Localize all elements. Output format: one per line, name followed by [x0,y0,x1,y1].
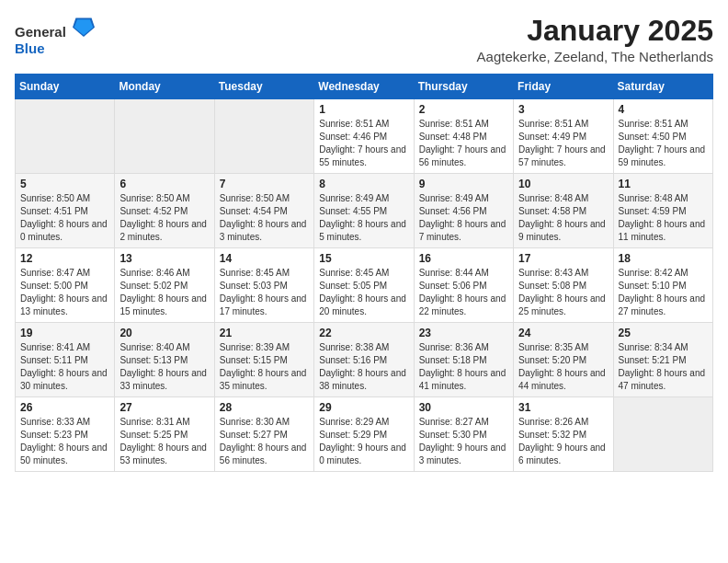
day-number: 5 [20,178,109,190]
day-of-week-header: Friday [514,75,613,99]
day-info: Sunrise: 8:40 AM Sunset: 5:13 PM Dayligh… [119,341,209,393]
calendar-cell: 12Sunrise: 8:47 AM Sunset: 5:00 PM Dayli… [16,248,115,323]
day-number: 15 [319,252,408,265]
day-info: Sunrise: 8:51 AM Sunset: 4:49 PM Dayligh… [518,118,608,169]
day-info: Sunrise: 8:35 AM Sunset: 5:20 PM Dayligh… [518,341,608,393]
calendar-week-row: 19Sunrise: 8:41 AM Sunset: 5:11 PM Dayli… [16,323,713,397]
day-info: Sunrise: 8:47 AM Sunset: 5:00 PM Dayligh… [20,267,109,318]
calendar-week-row: 12Sunrise: 8:47 AM Sunset: 5:00 PM Dayli… [16,248,713,323]
day-info: Sunrise: 8:48 AM Sunset: 4:59 PM Dayligh… [619,192,708,244]
day-number: 24 [518,327,608,339]
calendar-cell: 24Sunrise: 8:35 AM Sunset: 5:20 PM Dayli… [514,323,613,397]
calendar-cell: 25Sunrise: 8:34 AM Sunset: 5:21 PM Dayli… [613,323,712,397]
calendar-cell: 4Sunrise: 8:51 AM Sunset: 4:50 PM Daylig… [613,99,712,174]
day-info: Sunrise: 8:26 AM Sunset: 5:32 PM Dayligh… [518,416,608,467]
day-info: Sunrise: 8:41 AM Sunset: 5:11 PM Dayligh… [20,341,109,393]
calendar-cell: 5Sunrise: 8:50 AM Sunset: 4:51 PM Daylig… [16,174,115,248]
day-info: Sunrise: 8:46 AM Sunset: 5:02 PM Dayligh… [119,267,209,318]
day-number: 10 [518,178,608,190]
day-number: 18 [619,252,708,265]
logo-blue: Blue [15,40,45,56]
day-of-week-header: Wednesday [314,75,414,99]
calendar-cell: 8Sunrise: 8:49 AM Sunset: 4:55 PM Daylig… [314,174,414,248]
day-number: 26 [20,401,109,414]
calendar-cell: 14Sunrise: 8:45 AM Sunset: 5:03 PM Dayli… [214,248,313,323]
day-number: 22 [319,327,408,339]
calendar-week-row: 26Sunrise: 8:33 AM Sunset: 5:23 PM Dayli… [16,397,713,472]
calendar-cell: 6Sunrise: 8:50 AM Sunset: 4:52 PM Daylig… [115,174,214,248]
subtitle: Aagtekerke, Zeeland, The Netherlands [477,49,713,64]
day-info: Sunrise: 8:42 AM Sunset: 5:10 PM Dayligh… [619,267,708,318]
day-info: Sunrise: 8:27 AM Sunset: 5:30 PM Dayligh… [419,416,508,467]
main-title: January 2025 [477,15,713,47]
calendar-cell: 27Sunrise: 8:31 AM Sunset: 5:25 PM Dayli… [115,397,214,472]
day-of-week-header: Monday [115,75,214,99]
day-of-week-header: Sunday [16,75,115,99]
calendar-cell [115,99,214,174]
calendar-table: SundayMondayTuesdayWednesdayThursdayFrid… [15,74,713,472]
logo-icon [73,15,95,37]
day-info: Sunrise: 8:34 AM Sunset: 5:21 PM Dayligh… [619,341,708,393]
calendar-cell: 15Sunrise: 8:45 AM Sunset: 5:05 PM Dayli… [314,248,414,323]
calendar-cell: 9Sunrise: 8:49 AM Sunset: 4:56 PM Daylig… [414,174,513,248]
calendar-cell: 31Sunrise: 8:26 AM Sunset: 5:32 PM Dayli… [514,397,613,472]
day-number: 21 [220,327,309,339]
day-of-week-header: Tuesday [214,75,313,99]
day-number: 30 [419,401,508,414]
logo: General Blue [15,15,95,57]
day-info: Sunrise: 8:48 AM Sunset: 4:58 PM Dayligh… [518,192,608,244]
day-info: Sunrise: 8:30 AM Sunset: 5:27 PM Dayligh… [220,416,309,467]
calendar-cell: 29Sunrise: 8:29 AM Sunset: 5:29 PM Dayli… [314,397,414,472]
day-number: 14 [220,252,309,265]
calendar-cell: 20Sunrise: 8:40 AM Sunset: 5:13 PM Dayli… [115,323,214,397]
calendar-cell: 26Sunrise: 8:33 AM Sunset: 5:23 PM Dayli… [16,397,115,472]
calendar-cell: 1Sunrise: 8:51 AM Sunset: 4:46 PM Daylig… [314,99,414,174]
day-number: 29 [319,401,408,414]
day-number: 1 [319,103,408,116]
calendar-cell: 21Sunrise: 8:39 AM Sunset: 5:15 PM Dayli… [214,323,313,397]
day-info: Sunrise: 8:36 AM Sunset: 5:18 PM Dayligh… [419,341,508,393]
calendar-cell: 30Sunrise: 8:27 AM Sunset: 5:30 PM Dayli… [414,397,513,472]
day-number: 7 [220,178,309,190]
day-number: 9 [419,178,508,190]
day-number: 8 [319,178,408,190]
day-of-week-header: Saturday [613,75,712,99]
day-info: Sunrise: 8:50 AM Sunset: 4:51 PM Dayligh… [20,192,109,244]
calendar-cell: 17Sunrise: 8:43 AM Sunset: 5:08 PM Dayli… [514,248,613,323]
day-number: 3 [518,103,608,116]
day-info: Sunrise: 8:29 AM Sunset: 5:29 PM Dayligh… [319,416,408,467]
title-area: January 2025 Aagtekerke, Zeeland, The Ne… [477,15,713,64]
day-number: 23 [419,327,508,339]
calendar-cell: 3Sunrise: 8:51 AM Sunset: 4:49 PM Daylig… [514,99,613,174]
calendar-cell: 23Sunrise: 8:36 AM Sunset: 5:18 PM Dayli… [414,323,513,397]
day-info: Sunrise: 8:51 AM Sunset: 4:50 PM Dayligh… [619,118,708,169]
calendar-cell: 13Sunrise: 8:46 AM Sunset: 5:02 PM Dayli… [115,248,214,323]
day-number: 25 [619,327,708,339]
day-number: 27 [119,401,209,414]
day-of-week-header: Thursday [414,75,513,99]
calendar-week-row: 5Sunrise: 8:50 AM Sunset: 4:51 PM Daylig… [16,174,713,248]
day-info: Sunrise: 8:51 AM Sunset: 4:46 PM Dayligh… [319,118,408,169]
day-info: Sunrise: 8:49 AM Sunset: 4:55 PM Dayligh… [319,192,408,244]
calendar-cell [16,99,115,174]
calendar-cell: 28Sunrise: 8:30 AM Sunset: 5:27 PM Dayli… [214,397,313,472]
day-number: 13 [119,252,209,265]
calendar-cell: 19Sunrise: 8:41 AM Sunset: 5:11 PM Dayli… [16,323,115,397]
day-number: 17 [518,252,608,265]
day-info: Sunrise: 8:33 AM Sunset: 5:23 PM Dayligh… [20,416,109,467]
calendar-cell: 7Sunrise: 8:50 AM Sunset: 4:54 PM Daylig… [214,174,313,248]
calendar-cell [613,397,712,472]
day-info: Sunrise: 8:31 AM Sunset: 5:25 PM Dayligh… [119,416,209,467]
day-info: Sunrise: 8:38 AM Sunset: 5:16 PM Dayligh… [319,341,408,393]
calendar-cell: 16Sunrise: 8:44 AM Sunset: 5:06 PM Dayli… [414,248,513,323]
day-number: 19 [20,327,109,339]
day-number: 20 [119,327,209,339]
calendar-cell [214,99,313,174]
day-info: Sunrise: 8:50 AM Sunset: 4:54 PM Dayligh… [220,192,309,244]
day-info: Sunrise: 8:39 AM Sunset: 5:15 PM Dayligh… [220,341,309,393]
calendar-cell: 11Sunrise: 8:48 AM Sunset: 4:59 PM Dayli… [613,174,712,248]
day-info: Sunrise: 8:51 AM Sunset: 4:48 PM Dayligh… [419,118,508,169]
day-info: Sunrise: 8:50 AM Sunset: 4:52 PM Dayligh… [119,192,209,244]
day-number: 16 [419,252,508,265]
calendar-cell: 10Sunrise: 8:48 AM Sunset: 4:58 PM Dayli… [514,174,613,248]
